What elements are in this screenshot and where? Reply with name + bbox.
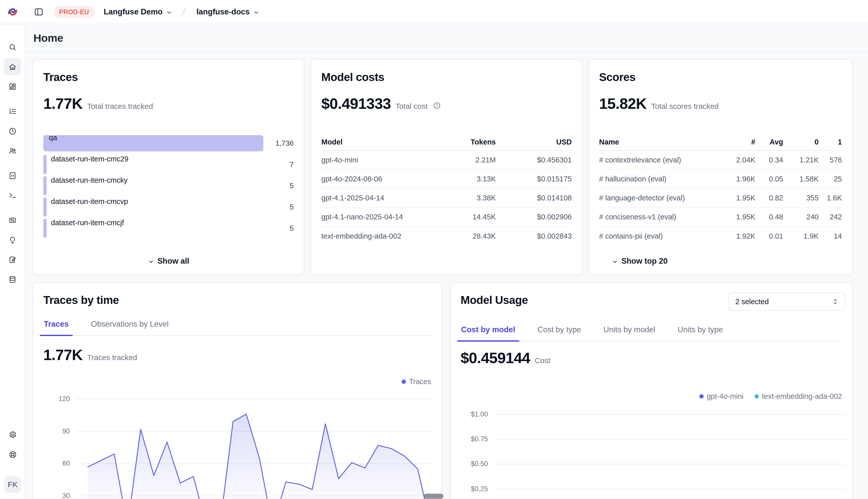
sidebar-item-prompts[interactable] (4, 167, 21, 184)
column-header: Name (599, 138, 720, 146)
chart-legend: Traces (402, 378, 431, 386)
y-axis-tick: $0.25 (456, 485, 488, 493)
settings-icon (9, 431, 17, 439)
project-selector[interactable]: langfuse-docs (195, 6, 261, 18)
evaluation-icon (8, 216, 17, 224)
legend-item: gpt-4o-mini (699, 392, 744, 401)
table-row: # contains-pii (eval)1.92K0.011.9K14 (599, 227, 842, 246)
tab-units-by-model[interactable]: Units by model (603, 325, 656, 341)
horizontal-scrollbar-thumb[interactable] (424, 494, 443, 499)
traces-line-chart (76, 393, 433, 499)
show-top-20-button[interactable]: Show top 20 (610, 256, 669, 266)
cell: $0.002843 (496, 232, 572, 240)
breadcrumb-separator (180, 7, 187, 17)
support-icon (9, 450, 17, 459)
tab-traces[interactable]: Traces (43, 320, 69, 335)
sidebar-item-support[interactable] (4, 446, 21, 463)
chevron-down-icon (148, 258, 154, 265)
cell: # hallucination (eval) (599, 175, 720, 183)
cell: $0.014108 (496, 194, 572, 202)
card-title: Scores (599, 71, 842, 84)
tab-cost-by-model[interactable]: Cost by model (461, 325, 516, 341)
cell: # language-detector (eval) (599, 194, 720, 202)
cell: 3.38K (455, 194, 496, 202)
insights-icon (8, 236, 17, 244)
trace-count: 5 (263, 182, 294, 190)
datasets-icon (8, 275, 17, 284)
sidebar-item-tracing[interactable] (4, 103, 21, 120)
dashboards-icon (8, 83, 17, 91)
model-costs-table: ModelTokensUSDgpt-4o-mini2.21M$0.456301g… (321, 134, 572, 246)
sidebar-item-settings[interactable] (4, 426, 21, 443)
sidebar-item-datasets[interactable] (4, 271, 21, 288)
card-title: Traces (43, 71, 294, 84)
traces-by-time-card: Traces by time TracesObservations by Lev… (33, 282, 442, 499)
trace-name: dataset-run-item-cmcky (43, 176, 263, 184)
sidebar-item-home[interactable] (4, 58, 21, 75)
env-badge: PROD-EU (54, 6, 94, 18)
cell: 1.21K (783, 156, 819, 164)
langfuse-logo[interactable] (0, 6, 25, 18)
usage-cost: $0.459144 (461, 350, 530, 367)
cell: gpt-4.1-nano-2025-04-14 (321, 213, 455, 221)
tab-units-by-type[interactable]: Units by type (677, 325, 723, 341)
traces-by-time-tabs: TracesObservations by Level (43, 320, 431, 336)
sidebar-item-playground[interactable] (4, 187, 21, 204)
cell: 14.45K (455, 213, 496, 221)
sidebar-item-users[interactable] (4, 142, 21, 159)
cell: gpt-4.1-2025-04-14 (321, 194, 455, 202)
sidebar-toggle-button[interactable] (33, 5, 45, 18)
chevron-down-icon (612, 258, 618, 265)
trace-bar-row: dataset-run-item-cmcky5 (43, 176, 294, 195)
gridline (496, 489, 846, 489)
chevron-down-icon (253, 9, 260, 16)
playground-icon (8, 191, 17, 200)
legend-label: gpt-4o-mini (707, 392, 744, 401)
table-row: gpt-4.1-2025-04-143.38K$0.014108 (321, 189, 572, 208)
sidebar-nav (4, 38, 21, 291)
bar-track: dataset-run-item-cmc29 (43, 155, 263, 174)
column-header: Model (321, 138, 455, 146)
sidebar-item-dashboards[interactable] (4, 78, 21, 95)
org-name: Langfuse Demo (104, 7, 163, 16)
sidebar-item-search[interactable] (4, 38, 21, 56)
model-costs-card: Model costs $0.491333 Total cost ModelTo… (311, 59, 582, 275)
info-icon[interactable] (433, 102, 441, 110)
cell: 25 (819, 175, 842, 183)
model-select[interactable]: 2 selected (728, 293, 845, 311)
sessions-icon (8, 127, 17, 135)
table-row: gpt-4o-2024-08-063.13K$0.015175 (321, 170, 572, 189)
legend-item: text-embedding-ada-002 (754, 392, 842, 401)
cell: # conciseness-v1 (eval) (599, 213, 720, 221)
tab-observations-by-level[interactable]: Observations by Level (91, 320, 169, 335)
sidebar-item-insights[interactable] (4, 231, 21, 248)
table-header-row: Name#Avg01 (599, 134, 842, 151)
metric-row: 15.82K Total scores tracked (599, 95, 842, 112)
project-name: langfuse-docs (197, 7, 250, 16)
sidebar-item-evaluation[interactable] (4, 211, 21, 229)
column-header: 0 (783, 138, 819, 146)
trace-name: dataset-run-item-cmcjf (43, 219, 263, 227)
avatar[interactable]: FK (4, 476, 21, 493)
show-all-button[interactable]: Show all (33, 256, 304, 266)
table-row: # hallucination (eval)1.96K0.051.58K25 (599, 170, 842, 189)
table-row: # contextrelevance (eval)2.04K0.341.21K5… (599, 151, 842, 170)
model-usage-tabs: Cost by modelCost by typeUnits by modelU… (461, 325, 842, 341)
trace-count: 5 (263, 224, 294, 233)
cell: 0.01 (755, 232, 783, 240)
annotation-icon (8, 256, 17, 264)
cell: 0.48 (755, 213, 783, 221)
legend-dot (402, 380, 406, 384)
gridline (496, 439, 846, 439)
app-root: PROD-EU Langfuse Demo langfuse-docs FK H… (0, 0, 868, 499)
show-top-20-label: Show top 20 (621, 257, 668, 266)
scores-total-label: Total scores tracked (651, 102, 718, 111)
trace-count: 1,736 (263, 139, 294, 147)
org-selector[interactable]: Langfuse Demo (103, 6, 174, 18)
sidebar-bottom: FK (0, 426, 25, 493)
sidebar-item-sessions[interactable] (4, 122, 21, 140)
cell: text-embedding-ada-002 (321, 232, 455, 240)
cell: 1.92K (720, 232, 755, 240)
sidebar-item-annotation[interactable] (4, 251, 21, 268)
tab-cost-by-type[interactable]: Cost by type (537, 325, 582, 341)
